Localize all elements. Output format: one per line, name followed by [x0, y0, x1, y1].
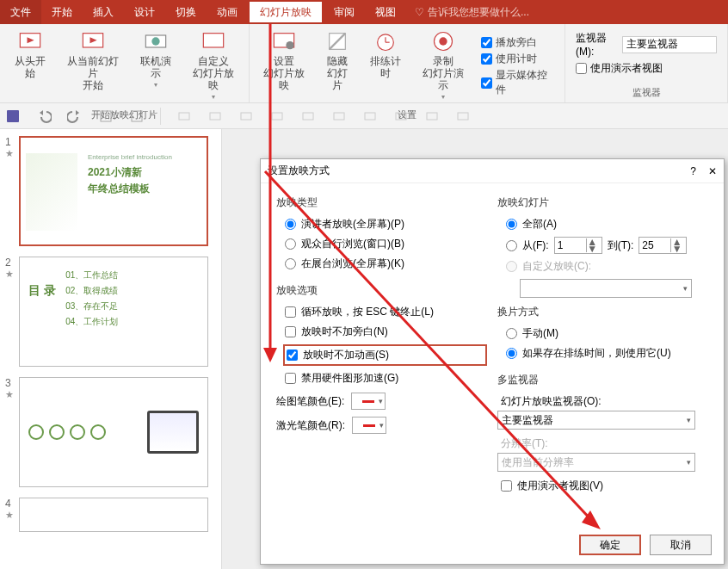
tab-bar: 文件 开始 插入 设计 切换 动画 幻灯片放映 审阅 视图 ♡告诉我您想要做什么… — [0, 0, 728, 24]
svg-rect-17 — [179, 113, 189, 120]
radio-timing[interactable]: 如果存在排练时间，则使用它(U) — [506, 346, 708, 361]
tab-slideshow[interactable]: 幻灯片放映 — [248, 0, 324, 24]
play-narrations-check[interactable]: 播放旁白 — [481, 35, 554, 50]
svg-rect-23 — [365, 113, 375, 120]
qat-icon-5 — [238, 108, 254, 124]
cancel-button[interactable]: 取消 — [650, 535, 712, 555]
tab-insert[interactable]: 插入 — [83, 0, 124, 24]
group-monitor-label: 监视器 — [569, 84, 724, 101]
check-loop[interactable]: 循环放映，按 ESC 键终止(L) — [285, 305, 487, 319]
svg-rect-21 — [303, 113, 313, 120]
svg-rect-26 — [458, 113, 468, 120]
show-options-title: 放映选项 — [276, 283, 487, 298]
custom-show-combo: ▾ — [520, 279, 692, 298]
slide-panel: 1★ Enterprise brief introduction 2021小清新… — [0, 129, 222, 569]
ok-button[interactable]: 确定 — [579, 535, 641, 555]
qat-icon-3 — [176, 108, 192, 124]
slide-thumb-4[interactable]: 4★ — [5, 498, 216, 532]
slide-thumb-2[interactable]: 2★ 目 录 01、工作总结02、取得成绩03、存在不足04、工作计划 — [5, 257, 216, 367]
svg-rect-16 — [132, 111, 142, 121]
save-icon[interactable] — [5, 108, 21, 124]
radio-custom-show: 自定义放映(C): — [506, 259, 708, 274]
custom-show-button[interactable]: 自定义 幻灯片放映▾ — [182, 26, 245, 107]
tab-review[interactable]: 审阅 — [324, 0, 365, 24]
radio-manual[interactable]: 手动(M) — [506, 326, 708, 341]
use-timings-check[interactable]: 使用计时 — [481, 52, 554, 66]
hide-slide-button[interactable]: 隐藏 幻灯片 — [316, 26, 359, 107]
tab-design[interactable]: 设计 — [124, 0, 165, 24]
qat-icon-12 — [455, 108, 471, 124]
svg-rect-19 — [241, 113, 251, 120]
show-slides-title: 放映幻灯片 — [497, 195, 708, 210]
ribbon: 从头开始 从当前幻灯片 开始 联机演示▾ 自定义 幻灯片放映▾ 开始放映幻灯片 … — [0, 24, 728, 103]
svg-point-13 — [439, 37, 447, 45]
svg-rect-4 — [203, 34, 223, 47]
presenter-view-check[interactable]: 使用演示者视图 — [576, 61, 717, 76]
monitor-combo[interactable] — [622, 36, 717, 53]
redo-icon[interactable] — [67, 108, 83, 124]
svg-rect-14 — [7, 110, 19, 122]
monitor-label: 监视器(M): — [576, 31, 619, 58]
svg-rect-24 — [396, 113, 406, 120]
advance-title: 换片方式 — [497, 305, 708, 319]
slide-thumb-1[interactable]: 1★ Enterprise brief introduction 2021小清新… — [5, 136, 216, 246]
qat-icon-1[interactable] — [98, 108, 114, 124]
to-spin[interactable]: ▲▼ — [639, 237, 687, 254]
from-current-button[interactable]: 从当前幻灯片 开始 — [57, 26, 129, 107]
slide-thumb-3[interactable]: 3★ — [5, 377, 216, 487]
tab-home[interactable]: 开始 — [41, 0, 83, 24]
radio-from-to[interactable]: 从(F): ▲▼ 到(T): ▲▼ — [506, 237, 708, 254]
present-online-button[interactable]: 联机演示▾ — [129, 26, 182, 107]
qat-icon-9 — [362, 108, 378, 124]
qat-icon-11 — [424, 108, 440, 124]
svg-rect-25 — [427, 113, 437, 120]
pen-color-button[interactable] — [351, 393, 386, 410]
dialog-title: 设置放映方式 — [268, 164, 330, 178]
record-button[interactable]: 录制 幻灯片演示▾ — [411, 26, 474, 107]
radio-all[interactable]: 全部(A) — [506, 217, 708, 232]
check-disable-hw[interactable]: 禁用硬件图形加速(G) — [285, 371, 487, 386]
check-presenter-view[interactable]: 使用演示者视图(V) — [501, 479, 708, 493]
help-icon[interactable]: ? — [690, 165, 696, 177]
undo-icon[interactable] — [36, 108, 52, 124]
close-icon[interactable]: ✕ — [708, 165, 717, 177]
tab-transition[interactable]: 切换 — [165, 0, 207, 24]
svg-point-3 — [151, 37, 159, 45]
monitor-combo-label: 幻灯片放映监视器(O): — [501, 394, 708, 409]
qat-icon-4 — [207, 108, 223, 124]
svg-rect-20 — [272, 113, 282, 120]
tell-me[interactable]: ♡告诉我您想要做什么... — [415, 0, 529, 24]
check-no-narration[interactable]: 放映时不加旁白(N) — [285, 325, 487, 339]
from-beginning-button[interactable]: 从头开始 — [3, 26, 57, 107]
resolution-label: 分辨率(T): — [501, 436, 708, 451]
rehearse-button[interactable]: 排练计时 — [359, 26, 412, 107]
monitor-combo-dialog[interactable]: 主要监视器▾ — [497, 411, 695, 430]
radio-browse[interactable]: 观众自行浏览(窗口)(B) — [285, 237, 487, 251]
radio-speaker[interactable]: 演讲者放映(全屏幕)(P) — [285, 217, 487, 232]
tab-animation[interactable]: 动画 — [207, 0, 248, 24]
qat-icon-10 — [393, 108, 409, 124]
qat-icon-7 — [300, 108, 316, 124]
svg-rect-22 — [334, 113, 344, 120]
tab-view[interactable]: 视图 — [365, 0, 406, 24]
setup-show-dialog: 设置放映方式 ? ✕ 放映类型 演讲者放映(全屏幕)(P) 观众自行浏览(窗口)… — [260, 158, 725, 565]
from-spin[interactable]: ▲▼ — [554, 237, 602, 254]
setup-slideshow-button[interactable]: 设置 幻灯片放映 — [253, 26, 316, 107]
lightbulb-icon: ♡ — [415, 6, 424, 18]
qat-icon-8 — [331, 108, 347, 124]
tab-file[interactable]: 文件 — [0, 0, 41, 24]
svg-rect-18 — [210, 113, 220, 120]
show-media-check[interactable]: 显示媒体控件 — [481, 68, 554, 97]
svg-point-6 — [286, 41, 293, 49]
svg-rect-15 — [101, 111, 111, 121]
show-type-title: 放映类型 — [276, 195, 487, 210]
laser-color-button[interactable] — [352, 417, 386, 434]
laser-color-label: 激光笔颜色(R): — [276, 418, 345, 433]
qat-icon-6 — [269, 108, 285, 124]
resolution-combo: 使用当前分辨率▾ — [497, 453, 695, 472]
check-no-animation[interactable]: 放映时不加动画(S) — [283, 344, 487, 366]
multi-monitor-title: 多监视器 — [497, 373, 708, 387]
pen-color-label: 绘图笔颜色(E): — [276, 394, 344, 409]
radio-kiosk[interactable]: 在展台浏览(全屏幕)(K) — [285, 257, 487, 271]
qat-icon-2[interactable] — [129, 108, 145, 124]
